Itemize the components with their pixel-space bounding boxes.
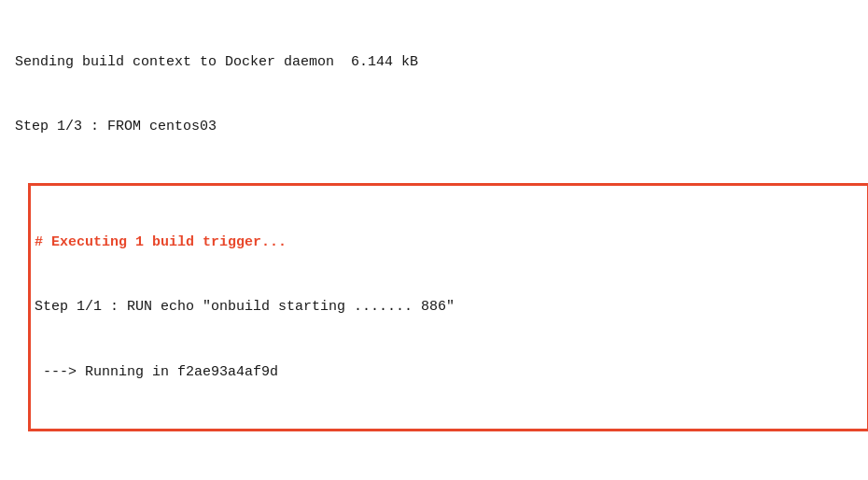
line-step-1-3: Step 1/3 : FROM centos03 — [11, 116, 857, 137]
line-step-1-1-run: Step 1/1 : RUN echo "onbuild starting ..… — [35, 296, 863, 318]
line-running-f2ae: ---> Running in f2ae93a4af9d — [35, 361, 863, 383]
highlight-box: # Executing 1 build trigger... Step 1/1 … — [28, 183, 868, 431]
terminal-container: Sending build context to Docker daemon 6… — [11, 7, 857, 480]
line-executing-trigger: # Executing 1 build trigger... — [35, 232, 863, 253]
empty-line-1 — [11, 476, 857, 480]
line-send-context: Sending build context to Docker daemon 6… — [11, 51, 857, 73]
